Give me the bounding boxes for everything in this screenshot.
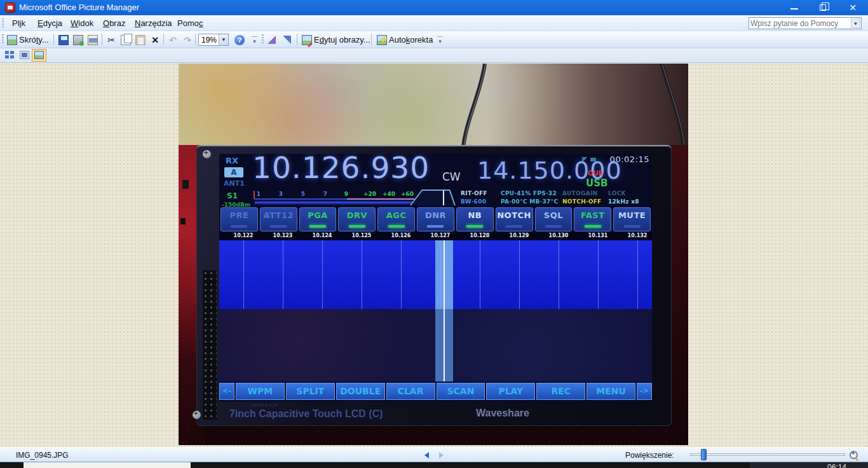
scale-label: 10.130: [549, 233, 569, 238]
mail-icon: [88, 35, 98, 45]
close-icon: ✕: [838, 0, 867, 15]
edit-pictures-button[interactable]: Edytuj obrazy...: [300, 33, 372, 46]
delete-button[interactable]: ✕: [148, 33, 162, 46]
main-mode: CW: [442, 170, 461, 183]
help-dropdown-icon[interactable]: ▼: [851, 18, 860, 28]
dup-indicator: OUR: [588, 170, 603, 177]
antenna-label: ANT1: [224, 179, 245, 188]
rotate-right-button[interactable]: [281, 33, 293, 46]
shortcuts-icon: [7, 35, 17, 45]
dnr-button: DNR: [417, 207, 454, 231]
toolbar-grip[interactable]: [262, 34, 264, 44]
minimize-icon: [790, 8, 798, 10]
shortcuts-button[interactable]: Skróty...: [5, 33, 51, 46]
rotate-right-icon: [283, 36, 291, 44]
toolbar-separator: [53, 34, 54, 45]
print-button[interactable]: [71, 33, 85, 46]
print-icon: [73, 35, 83, 45]
help-search-input[interactable]: [750, 18, 849, 28]
toolbar-grip[interactable]: [2, 34, 4, 44]
help-button[interactable]: ?: [233, 33, 247, 46]
toolbar-overflow-button[interactable]: —▾: [250, 34, 259, 45]
zoom-dropdown-icon[interactable]: ▼: [219, 34, 228, 45]
save-button[interactable]: [57, 33, 71, 46]
wpm-button: WPM: [236, 383, 285, 400]
agc-button: AGC: [377, 207, 415, 231]
gpio-pin-header: [203, 270, 217, 420]
undo-icon: ↶: [168, 35, 178, 45]
zoom-value: 19%: [201, 36, 217, 45]
cut-icon: ✂: [106, 35, 116, 45]
menu-edycja[interactable]: Edycja: [33, 17, 67, 29]
frequency-scale: 10.122 10.123 10.124 10.125 10.126 10.12…: [219, 232, 652, 240]
zoom-slider-track[interactable]: [690, 453, 845, 456]
thumbnails-view-icon: [5, 51, 15, 59]
smeter-scale-blue: [254, 198, 347, 200]
view-single-button[interactable]: [32, 49, 46, 62]
cut-button[interactable]: ✂: [104, 33, 118, 46]
notch-button: NOTCH: [496, 207, 533, 231]
zoom-combo[interactable]: 19% ▼: [198, 34, 229, 46]
menu-bar: Plik Edycja Widok Obraz Narzędzia Pomoc …: [0, 15, 868, 31]
mute-button: MUTE: [613, 207, 651, 231]
zoom-slider-thumb[interactable]: [701, 449, 707, 460]
rx-label: RX: [226, 156, 238, 165]
toolbar-separator: [195, 34, 196, 45]
filmstrip-view-icon: [20, 51, 29, 59]
copy-button[interactable]: [119, 33, 133, 46]
toolbar-separator: [102, 34, 102, 45]
smeter-label: S1: [227, 191, 238, 200]
menu-narzedzia[interactable]: Narzędzia: [130, 17, 177, 29]
menu-widok[interactable]: Widok: [66, 17, 98, 29]
scale-label: 10.132: [628, 233, 648, 238]
view-bar: [0, 48, 868, 63]
menu-button: MENU: [587, 383, 635, 400]
paste-button[interactable]: [133, 33, 147, 46]
zoom-in-button[interactable]: +: [849, 450, 858, 460]
waterfall-display: [219, 309, 652, 382]
cables: [179, 64, 688, 156]
tuning-line: [444, 309, 445, 382]
menu-plik[interactable]: Plik: [8, 17, 30, 29]
window-title: Microsoft Office Picture Manager: [19, 3, 139, 12]
smeter-tick: 3: [279, 191, 283, 197]
menu-pomoc[interactable]: Pomoc: [173, 17, 207, 29]
smeter-tick: +20: [363, 191, 376, 197]
menu-obraz[interactable]: Obraz: [98, 17, 130, 29]
scale-label: 10.127: [431, 233, 451, 238]
toolbar-overflow-button[interactable]: —▾: [436, 34, 444, 45]
restore-icon: [820, 4, 826, 11]
send-mail-button[interactable]: [86, 33, 100, 46]
spectrum-display: [219, 240, 652, 309]
current-filename: IMG_0945.JPG: [16, 451, 69, 460]
scale-label: 10.129: [510, 233, 529, 238]
help-search-box[interactable]: ▼: [749, 17, 862, 29]
view-filmstrip-button[interactable]: [17, 49, 32, 62]
screw: [193, 411, 201, 419]
save-icon: [58, 35, 69, 45]
view-thumbnails-button[interactable]: [3, 49, 17, 62]
undo-button[interactable]: ↶: [166, 33, 180, 46]
radio-bottom-row: <- WPM SPLIT DOUBLE CLAR SCAN PLAY REC M…: [219, 383, 652, 400]
taskbar-partial: 06:14: [0, 462, 868, 468]
scale-label: 10.126: [391, 233, 411, 238]
next-image-button[interactable]: [439, 452, 444, 458]
status-autogain: AUTOGAINNOTCH·OFF: [562, 190, 602, 205]
previous-image-button[interactable]: [424, 452, 429, 458]
autocorrect-button[interactable]: Autokorekta: [375, 33, 435, 46]
menubar-grip[interactable]: [2, 18, 4, 28]
main-frequency: 10.126.930: [252, 154, 430, 185]
toolbar-separator: [163, 34, 164, 45]
copy-icon: [121, 35, 131, 45]
toolbar: Skróty... ✂ ✕ ↶ ↷ 19% ▼ ? —▾ Edytuj obra…: [0, 31, 868, 48]
redo-button[interactable]: ↷: [180, 33, 194, 46]
scale-label: 10.122: [234, 233, 254, 238]
rotate-left-button[interactable]: [266, 33, 278, 46]
smeter-scale-pink: [347, 198, 414, 200]
double-button: DOUBLE: [336, 383, 385, 400]
fast-button: FAST: [574, 207, 611, 231]
title-bar: Microsoft Office Picture Manager ✕: [0, 0, 868, 15]
board-brand: Waveshare: [476, 408, 529, 419]
play-button: PLAY: [486, 383, 535, 400]
radio-button-row: PRE ATT12 PGA DRV AGC DNR NB NOTCH SQL F…: [220, 207, 651, 231]
